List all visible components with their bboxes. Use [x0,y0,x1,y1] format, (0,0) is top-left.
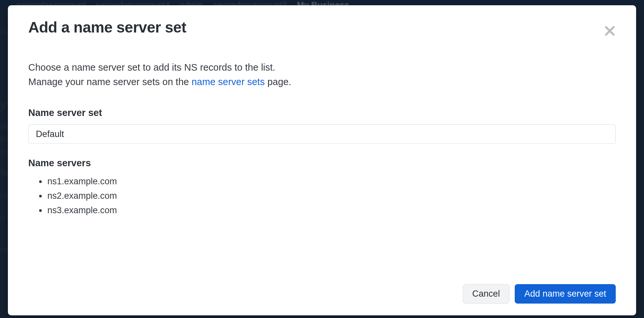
name-server-set-label: Name server set [28,107,616,118]
add-name-server-set-button[interactable]: Add name server set [515,284,616,304]
modal-title: Add a name server set [28,18,186,36]
list-item: ns1.example.com [47,174,616,189]
modal-body: Choose a name server set to add its NS r… [28,60,616,274]
add-name-server-set-modal: Add a name server set Choose a name serv… [8,5,636,315]
description-line-2-post: page. [265,77,291,87]
close-button[interactable] [601,22,619,41]
list-item: ns2.example.com [47,189,616,203]
name-server-sets-link[interactable]: name server sets [191,77,264,87]
name-server-set-select[interactable]: Default [28,124,616,144]
cancel-button[interactable]: Cancel [463,284,509,304]
modal-footer: Cancel Add name server set [28,284,616,304]
name-servers-list: ns1.example.com ns2.example.com ns3.exam… [28,174,616,217]
modal-header: Add a name server set [28,18,616,41]
list-item: ns3.example.com [47,203,616,218]
description-line-2-pre: Manage your name server sets on the [28,77,191,87]
close-icon [603,34,616,38]
modal-description: Choose a name server set to add its NS r… [28,60,616,89]
name-servers-label: Name servers [28,158,616,169]
name-server-set-select-wrapper: Default [28,124,616,144]
description-line-1: Choose a name server set to add its NS r… [28,62,275,73]
